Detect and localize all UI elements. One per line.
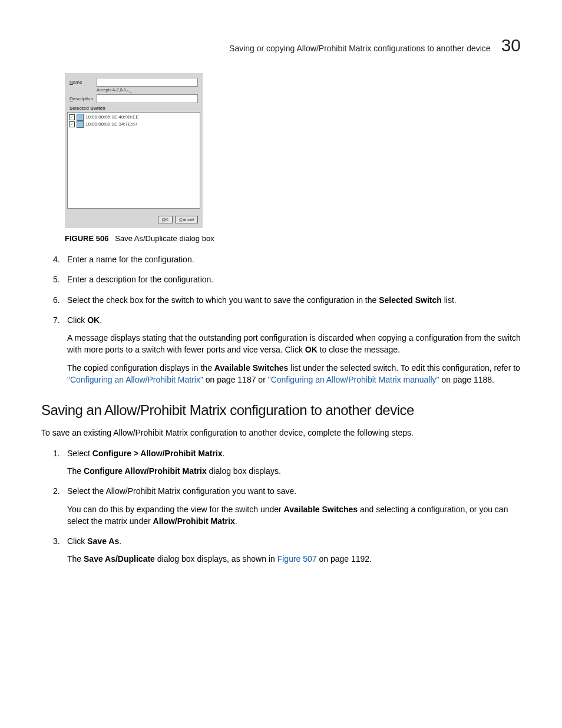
name-label: Name [70,80,97,85]
selected-switch-label: Selected Switch [70,106,198,111]
step-list-a: Enter a name for the configuration. Ente… [41,253,521,386]
page: Saving or copying Allow/Prohibit Matrix … [0,0,562,609]
step-b3-sub: The Save As/Duplicate dialog box display… [67,553,521,565]
ok-button[interactable]: OK [158,216,173,223]
section-heading: Saving an Allow/Prohibit Matrix configur… [41,402,521,419]
step-6: Select the check box for the switch to w… [53,294,521,306]
figure-caption: FIGURE 506 Save As/Duplicate dialog box [65,234,521,243]
chapter-number: 30 [501,35,521,55]
step-list-b: Select Configure > Allow/Prohibit Matrix… [41,447,521,565]
step-5: Enter a description for the configuratio… [53,274,521,285]
name-row: Name [70,78,198,87]
checkbox-icon[interactable]: ✓ [69,114,75,120]
running-title: Saving or copying Allow/Prohibit Matrix … [229,44,491,53]
dialog-buttons: OK Cancel [70,216,198,223]
link-config-allow-prohibit[interactable]: "Configuring an Allow/Prohibit Matrix" [67,375,203,384]
step-b2: Select the Allow/Prohibit Matrix configu… [53,485,521,527]
link-figure-507[interactable]: Figure 507 [277,554,317,564]
step-7: Click OK. A message displays stating tha… [53,314,521,386]
step-4: Enter a name for the configuration. [53,253,521,265]
step-7-sub-2: The copied configuration displays in the… [67,362,521,386]
step-b2-sub: You can do this by expanding the view fo… [67,503,521,528]
switch-icon [77,114,84,121]
step-7-sub-1: A message displays stating that the outs… [67,332,521,356]
step-b1-sub: The Configure Allow/Prohibit Matrix dial… [67,465,521,477]
switch-wwn: 10:00:00:05:1E:40:9D:EE [85,114,139,121]
accepts-hint: Accepts A-Z,0-9,-,_ [97,88,198,92]
list-item[interactable]: ✓ 10:00:00:05:1E:40:9D:EE [69,114,199,121]
list-item[interactable]: ✓ 10:00:00:00:1E:34:7E:67 [69,121,199,128]
switch-icon [77,121,84,128]
figure-title: Save As/Duplicate dialog box [115,234,214,243]
link-config-allow-prohibit-manual[interactable]: "Configuring an Allow/Prohibit Matrix ma… [268,375,439,384]
save-as-dialog: Name Accepts A-Z,0-9,-,_ Description Sel… [65,73,203,228]
selected-switch-list[interactable]: ✓ 10:00:00:05:1E:40:9D:EE ✓ 10:00:00:00:… [67,112,200,209]
checkbox-icon[interactable]: ✓ [69,121,75,127]
name-input[interactable] [97,78,198,87]
description-input[interactable] [97,94,198,103]
switch-wwn: 10:00:00:00:1E:34:7E:67 [85,121,138,128]
cancel-button[interactable]: Cancel [175,216,198,223]
figure-label: FIGURE 506 [65,234,108,243]
page-header: Saving or copying Allow/Prohibit Matrix … [41,35,521,55]
description-label: Description [70,96,97,101]
section-intro: To save an existing Allow/Prohibit Matri… [41,427,521,439]
step-b1: Select Configure > Allow/Prohibit Matrix… [53,447,521,477]
step-b3: Click Save As. The Save As/Duplicate dia… [53,535,521,565]
description-row: Description [70,94,198,103]
